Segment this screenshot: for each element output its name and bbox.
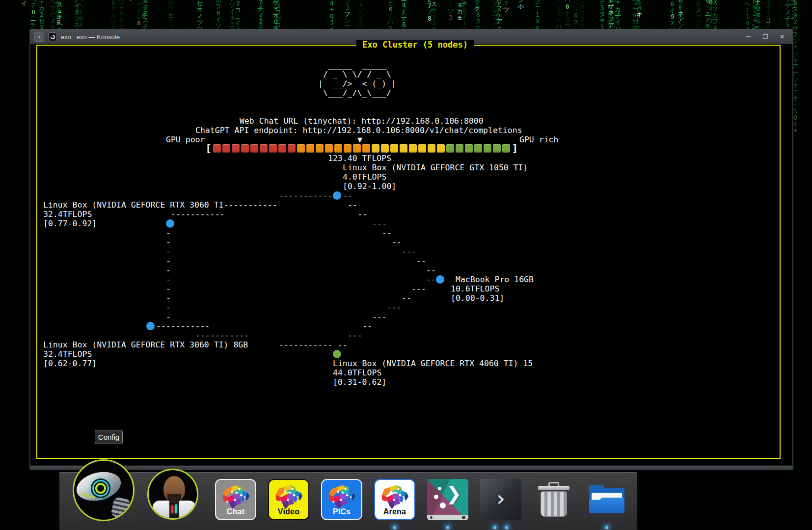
minimize-button[interactable]: — [742,32,755,42]
terminal-text: 32.4TFLOPS [43,349,92,359]
folder-front-shape [589,498,624,513]
gauge-segment [428,144,435,153]
running-indicator [505,526,508,529]
terminal-text: --- [387,303,402,312]
terminal-text: 44.0TFLOPS [333,368,381,377]
terminal-text: - [166,275,171,284]
terminal-text: ----------- [279,340,332,349]
config-button[interactable]: Config [95,430,123,444]
maximize-button[interactable]: ❐ [759,32,772,42]
terminal-text: _____ _____ [318,60,386,70]
trash-body-shape [541,491,567,517]
matrix-column: ・ソチヒノトサイシ+トエ8 [135,0,142,26]
gauge-segment [409,144,417,153]
gauge-segment [325,144,333,153]
konsole-window: › exo : exo — Konsole — ❐ ✕ Exo Cluster … [29,29,793,470]
terminal-text: Web Chat URL (tinychat): http://192.168.… [240,116,484,126]
gauge-segment [288,144,296,153]
gauge-segment [250,144,258,153]
dock-app-arena[interactable]: Arena [374,479,415,520]
terminal-text: ChatGPT API endpoint: http://192.168.0.1… [195,126,522,135]
terminal-text: - [166,312,171,321]
dock-app-label: Video [278,507,299,516]
terminal-text: Linux Box (NVIDIA GEFORCE GTX 1050 TI) [343,163,528,172]
gauge-segment [222,144,230,153]
gauge-segment [316,144,324,153]
gauge-segment [334,144,342,153]
dock-app-chat[interactable]: Chat [215,479,256,520]
dock-app-terminal[interactable]: › [480,479,521,520]
cluster-frame-title: Exo Cluster (5 nodes) [356,40,474,50]
terminal-text: GPU poor [166,135,205,144]
terminal-text: - [166,293,171,303]
terminal-text: - [166,303,171,312]
terminal-text: --- [411,284,426,293]
terminal-text: Linux Box (NVIDIA GEFORCE RTX 4060 TI) 1… [333,359,533,368]
running-indicator [605,526,608,529]
gauge-segment [260,144,268,153]
gauge-segment [241,144,249,153]
terminal-text: --- [402,247,416,256]
terminal-text: Linux Box (NVIDIA GEFORCE RTX 3060 TI) 8… [43,340,248,349]
terminal-text: - [166,284,171,293]
running-indicator [393,526,396,529]
terminal-text: -- [357,210,367,219]
window-title: exo : exo — Konsole [61,33,120,41]
dock-trash[interactable] [533,479,574,520]
terminal-text: ----------- [195,331,249,340]
matrix-column: 4ソエQセセ6ク [201,0,208,0]
terminal-text: \___/_/\_\___/ [318,88,391,98]
terminal-text: | __/> < (_) | [318,79,396,88]
dock-app-label: Arena [383,507,406,516]
terminal-text: - [166,228,171,238]
gauge-segment [465,144,473,153]
gauge-open-bracket: [ [205,143,212,153]
terminal-text: - [166,256,171,265]
terminal-text: -- [426,265,436,275]
node-dot [333,191,341,200]
gauge-segment [437,144,445,153]
terminal-text: -- [426,275,436,284]
terminal-text: -- [338,340,348,349]
dock-app-video[interactable]: Video [268,479,309,520]
dock-app-pics[interactable]: PICs [321,479,362,520]
brain-logo-icon [327,483,356,511]
man-collar-red-light [171,505,173,513]
terminal-area[interactable]: Exo Cluster (5 nodes) _____ _____ / _ \ … [30,44,792,465]
terminal-text: - [166,238,171,247]
titlebar-toolbox-button[interactable]: › [34,32,44,42]
running-indicator [446,526,449,529]
gauge-segment [306,144,314,153]
terminal-text: - [166,247,171,256]
gauge-segment [344,144,352,153]
dock-app-label: Chat [227,507,244,516]
matrix-column: ノソ6ホソチケシネタツオ697ツ [503,0,510,13]
terminal-text: 32.4TFLOPS [43,210,92,219]
gauge-segment [493,144,501,153]
man-avatar[interactable] [147,469,198,520]
close-button[interactable]: ✕ [776,32,788,42]
dock-app-kde-utility[interactable]: ❯ [427,479,468,520]
dock-file-manager[interactable] [586,479,627,520]
terminal-text: -- [416,256,426,265]
terminal-text: ----------- [171,210,224,219]
terminal-text: -- [382,228,392,238]
terminal-text: ----------- [279,191,332,200]
terminal-text: 4.0TFLOPS [343,172,386,182]
terminal-text: / _ \ \/ / _ \ [318,70,391,79]
kde-taskbar-strip [427,515,468,520]
gauge-close-bracket: ] [512,143,518,153]
konsole-app-icon [48,32,57,41]
gauge-segment [474,144,482,153]
brain-logo-icon [221,483,250,511]
gauge-segment [390,144,398,153]
terminal-text: -- [348,200,357,210]
kde-chevron-icon: ❯ [446,483,461,504]
terminal-text: 123.40 TFLOPS [328,154,391,163]
terminal-text: --- [372,312,387,321]
kde-dot [438,487,441,490]
terminal-text: - [166,265,171,275]
terminal-text: MacBook Pro 16GB [456,275,534,284]
robot-avatar[interactable] [73,459,135,521]
node-dot [146,322,155,330]
